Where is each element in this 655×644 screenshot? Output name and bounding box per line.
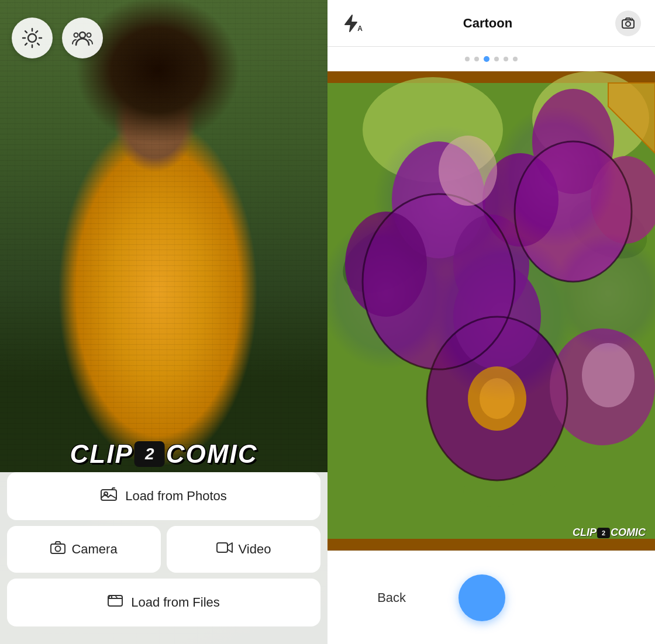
watermark: CLIP COMIC: [573, 527, 646, 539]
load-photos-label: Load from Photos: [125, 489, 227, 504]
back-button[interactable]: Back: [377, 590, 406, 605]
flip-camera-icon: [621, 17, 635, 30]
svg-point-34: [439, 136, 497, 206]
flash-a-label: A: [357, 25, 363, 33]
dot-3-active[interactable]: [484, 56, 489, 62]
right-panel: A Cartoon: [328, 0, 655, 644]
dot-5[interactable]: [504, 57, 508, 61]
figure-art: [0, 0, 328, 473]
dot-2[interactable]: [474, 57, 479, 61]
right-header: A Cartoon: [328, 0, 655, 47]
top-buttons-row: [12, 18, 103, 58]
flash-button[interactable]: A: [342, 14, 360, 33]
bottom-actions-panel: Load from Photos Camera: [0, 472, 328, 644]
cartoon-preview-image: CLIP COMIC: [328, 71, 655, 550]
watermark-camera-icon: [597, 528, 610, 538]
load-files-label: Load from Files: [131, 595, 220, 610]
camera-video-row: Camera Video: [7, 526, 320, 573]
logo-text-comic: COMIC: [166, 439, 258, 469]
svg-point-2: [74, 33, 78, 37]
gear-icon: [22, 27, 43, 49]
svg-point-20: [345, 212, 427, 317]
filter-dots-row: [328, 47, 655, 71]
video-label: Video: [239, 542, 271, 557]
camera-icon: [50, 541, 66, 558]
camera-button[interactable]: Camera: [7, 526, 161, 573]
svg-rect-4: [101, 490, 116, 500]
logo-text-clip: CLIP: [70, 439, 133, 469]
svg-point-0: [28, 34, 36, 42]
svg-rect-9: [108, 595, 122, 606]
photos-icon: [101, 487, 117, 505]
svg-point-30: [480, 378, 515, 419]
load-photos-button[interactable]: Load from Photos: [7, 472, 320, 520]
logo-camera-icon: [135, 441, 165, 467]
right-header-title: Cartoon: [463, 16, 512, 31]
svg-point-1: [80, 32, 85, 38]
capture-button[interactable]: [458, 574, 505, 621]
camera-label: Camera: [71, 542, 117, 557]
svg-point-11: [626, 22, 630, 26]
load-files-button[interactable]: Load from Files: [7, 579, 320, 626]
video-button[interactable]: Video: [167, 526, 320, 573]
files-icon: [108, 594, 123, 611]
flower-svg-overlay: [328, 71, 655, 550]
watermark-text-clip: CLIP: [573, 527, 597, 539]
dot-4[interactable]: [494, 57, 499, 61]
video-icon: [216, 542, 233, 557]
dot-6[interactable]: [513, 57, 518, 61]
app-logo: CLIP COMIC: [70, 439, 258, 469]
flip-camera-button[interactable]: [615, 11, 641, 36]
svg-point-35: [582, 343, 635, 407]
svg-point-7: [56, 546, 61, 552]
left-panel: CLIP COMIC Load from Photos: [0, 0, 328, 644]
svg-point-3: [87, 33, 91, 37]
right-bottom-controls: Back: [328, 550, 655, 644]
svg-rect-8: [217, 543, 227, 552]
settings-button[interactable]: [12, 18, 53, 58]
watermark-text-comic: COMIC: [611, 527, 646, 539]
svg-rect-6: [51, 544, 65, 553]
dot-1[interactable]: [465, 57, 470, 61]
community-button[interactable]: [62, 18, 103, 58]
community-icon: [71, 27, 94, 49]
